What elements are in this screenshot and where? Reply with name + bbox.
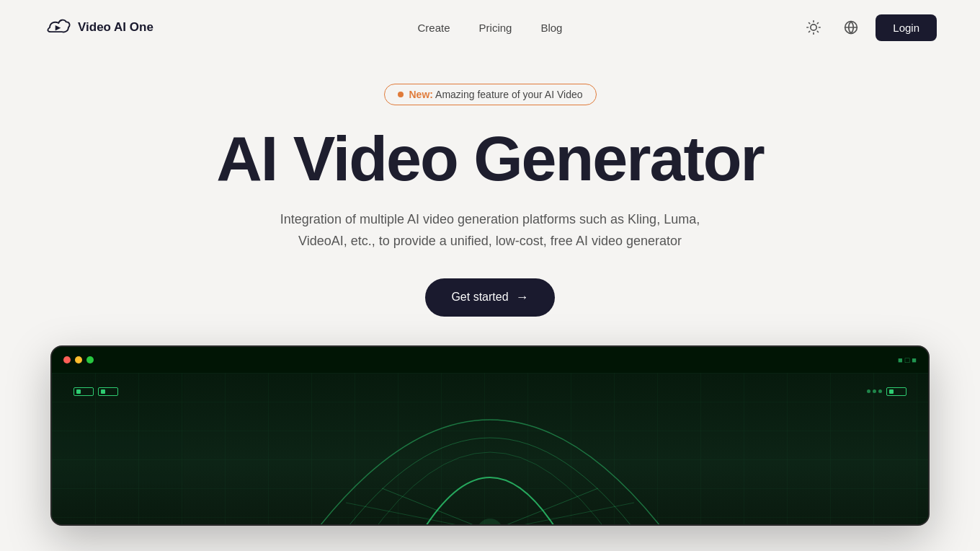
svg-line-5 [818, 31, 819, 32]
window-topbar: ■ □ ■ [52, 347, 928, 373]
hero-section: New: Amazing feature of your AI Video AI… [0, 55, 980, 345]
sun-icon [806, 20, 821, 35]
nav-right: Login [801, 14, 937, 41]
logo[interactable]: Video AI One [43, 17, 153, 38]
new-badge: New: Amazing feature of your AI Video [384, 84, 597, 105]
svg-line-15 [382, 488, 490, 524]
badge-text: New: Amazing feature of your AI Video [409, 89, 583, 100]
nav-create[interactable]: Create [418, 22, 450, 34]
logo-icon [43, 17, 71, 38]
svg-point-1 [811, 25, 816, 30]
hero-title: AI Video Generator [216, 125, 763, 192]
svg-marker-0 [55, 25, 61, 31]
badge-new-label: New: [409, 89, 433, 100]
svg-line-8 [809, 31, 810, 32]
svg-line-4 [809, 23, 810, 24]
svg-line-9 [818, 23, 819, 24]
svg-line-16 [490, 488, 598, 524]
topbar-right-indicator: ■ □ ■ [898, 356, 917, 364]
maximize-dot [86, 356, 94, 363]
globe-icon [844, 20, 858, 35]
close-dot [63, 356, 71, 363]
minimize-dot [75, 356, 82, 363]
hero-subtitle: Integration of multiple AI video generat… [259, 209, 721, 252]
badge-dot [398, 92, 404, 97]
language-button[interactable] [838, 14, 864, 40]
navbar: Video AI One Create Pricing Blog [0, 0, 980, 55]
svg-point-12 [477, 519, 503, 524]
logo-text: Video AI One [78, 20, 153, 35]
login-button[interactable]: Login [876, 14, 937, 41]
svg-line-18 [490, 503, 634, 524]
arrow-icon: → [516, 290, 529, 305]
circuit-arc: ◄► ◄► [303, 373, 677, 524]
preview-content: ◄► ◄► [52, 373, 928, 524]
nav-pricing[interactable]: Pricing [479, 22, 512, 34]
nav-blog[interactable]: Blog [540, 22, 562, 34]
panel-right-indicator [867, 387, 906, 396]
nav-links: Create Pricing Blog [418, 22, 563, 34]
theme-toggle-button[interactable] [801, 14, 827, 40]
get-started-button[interactable]: Get started → [425, 278, 554, 317]
window-dots [63, 356, 94, 363]
panel-left-indicator [74, 387, 118, 396]
preview-window: ■ □ ■ [50, 345, 930, 526]
cta-label: Get started [451, 291, 508, 304]
svg-line-17 [346, 503, 490, 524]
badge-rest-text: Amazing feature of your AI Video [435, 89, 582, 100]
